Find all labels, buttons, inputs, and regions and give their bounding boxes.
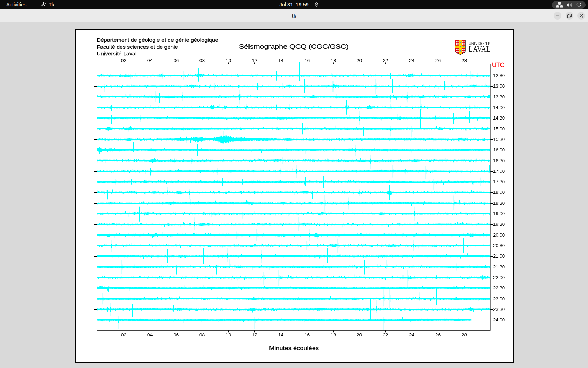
svg-text:LAVAL: LAVAL <box>469 45 491 53</box>
